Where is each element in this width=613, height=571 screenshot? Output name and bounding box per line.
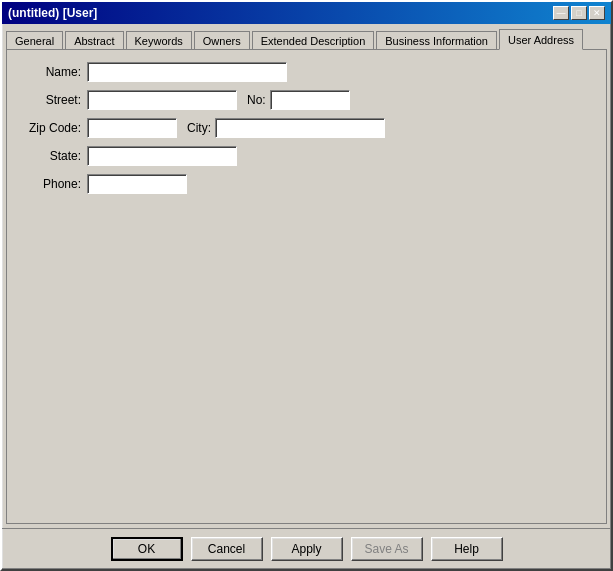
main-window: (untitled) [User] — □ ✕ General Abstract… <box>0 0 613 571</box>
tab-abstract[interactable]: Abstract <box>65 31 123 50</box>
tab-general[interactable]: General <box>6 31 63 50</box>
tab-bar: General Abstract Keywords Owners Extende… <box>6 28 607 49</box>
tab-owners[interactable]: Owners <box>194 31 250 50</box>
window-body: General Abstract Keywords Owners Extende… <box>2 24 611 528</box>
phone-input[interactable] <box>87 174 187 194</box>
no-label: No: <box>247 93 266 107</box>
state-row: State: <box>17 146 596 166</box>
name-label: Name: <box>17 65 87 79</box>
street-input[interactable] <box>87 90 237 110</box>
window-title: (untitled) [User] <box>8 6 97 20</box>
tab-content-user-address: Name: Street: No: Zip Code: City: State: <box>6 49 607 524</box>
name-row: Name: <box>17 62 596 82</box>
tab-business-information[interactable]: Business Information <box>376 31 497 50</box>
tab-keywords[interactable]: Keywords <box>126 31 192 50</box>
zip-label: Zip Code: <box>17 121 87 135</box>
title-controls: — □ ✕ <box>553 6 605 20</box>
phone-row: Phone: <box>17 174 596 194</box>
cancel-button[interactable]: Cancel <box>191 537 263 561</box>
button-bar: OK Cancel Apply Save As Help <box>2 528 611 569</box>
city-input[interactable] <box>215 118 385 138</box>
minimize-button[interactable]: — <box>553 6 569 20</box>
name-input[interactable] <box>87 62 287 82</box>
street-label: Street: <box>17 93 87 107</box>
save-as-button[interactable]: Save As <box>351 537 423 561</box>
tab-extended-description[interactable]: Extended Description <box>252 31 375 50</box>
help-button[interactable]: Help <box>431 537 503 561</box>
close-button[interactable]: ✕ <box>589 6 605 20</box>
state-label: State: <box>17 149 87 163</box>
city-label: City: <box>187 121 211 135</box>
tab-user-address[interactable]: User Address <box>499 29 583 50</box>
no-input[interactable] <box>270 90 350 110</box>
zip-input[interactable] <box>87 118 177 138</box>
title-bar: (untitled) [User] — □ ✕ <box>2 2 611 24</box>
apply-button[interactable]: Apply <box>271 537 343 561</box>
maximize-button[interactable]: □ <box>571 6 587 20</box>
state-input[interactable] <box>87 146 237 166</box>
phone-label: Phone: <box>17 177 87 191</box>
zip-row: Zip Code: City: <box>17 118 596 138</box>
ok-button[interactable]: OK <box>111 537 183 561</box>
street-row: Street: No: <box>17 90 596 110</box>
